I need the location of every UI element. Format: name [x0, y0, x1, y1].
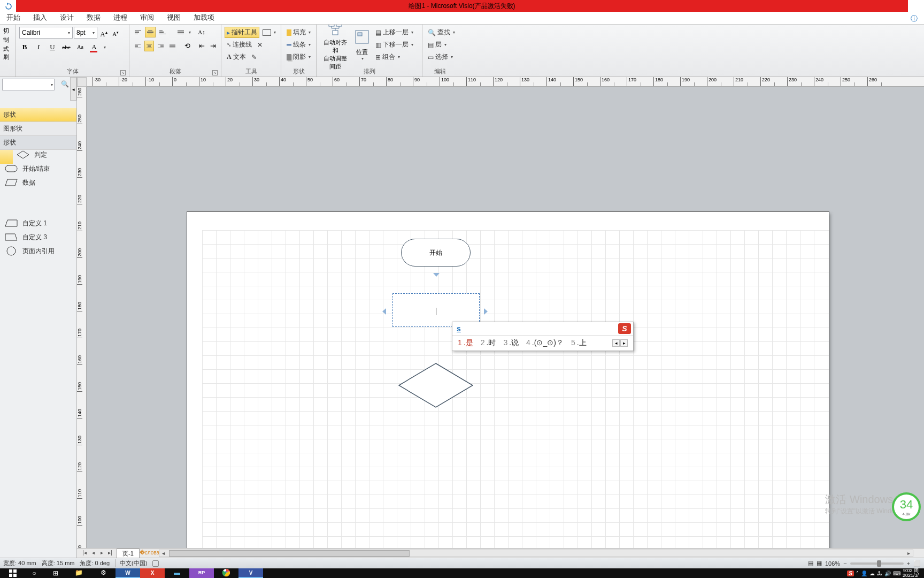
zoom-in-button[interactable]: +: [907, 560, 910, 567]
view-normal-icon[interactable]: ▤: [808, 560, 813, 567]
tab-addins[interactable]: 加载项: [187, 11, 221, 25]
axure-app[interactable]: RP: [189, 568, 214, 578]
page-nav-next[interactable]: ▸: [97, 550, 106, 557]
fill-button[interactable]: 填充▾: [284, 27, 313, 38]
connector-tool-button[interactable]: ⤡连接线: [225, 39, 254, 50]
painter-button[interactable]: 式刷: [3, 45, 12, 61]
word-app[interactable]: W: [116, 568, 140, 578]
ime-cand-3[interactable]: 3.说: [503, 338, 519, 348]
strike-button[interactable]: abc: [61, 42, 72, 52]
line-button[interactable]: 线条▾: [284, 39, 313, 50]
shape-data[interactable]: 数据: [0, 176, 76, 189]
autoalign-button[interactable]: 自动对齐和 自动调整间距: [320, 27, 351, 63]
align-left-button[interactable]: [133, 41, 143, 51]
font-color-button[interactable]: A: [89, 42, 99, 52]
horizontal-scrollbar[interactable]: ◂ ▸: [159, 550, 913, 557]
explorer-app[interactable]: 📁: [66, 568, 91, 578]
tab-process[interactable]: 进程: [107, 11, 134, 25]
shadow-button[interactable]: 阴影▾: [284, 51, 313, 63]
tab-review[interactable]: 审阅: [134, 11, 160, 25]
font-name-combo[interactable]: Calibri▾: [19, 27, 73, 39]
group-button[interactable]: ⊞组合▾: [373, 51, 415, 63]
align-justify-button[interactable]: [167, 41, 178, 51]
bullets-button[interactable]: [175, 27, 186, 37]
tray-people-icon[interactable]: 👤: [861, 571, 867, 576]
tab-home[interactable]: 开始: [0, 11, 27, 25]
ime-cand-1[interactable]: 1.是: [458, 338, 473, 348]
zoom-out-button[interactable]: −: [843, 560, 846, 567]
xmind-app[interactable]: X: [140, 568, 165, 578]
tab-insert[interactable]: 插入: [27, 11, 53, 25]
shape-terminator[interactable]: 开始/结束: [0, 162, 76, 176]
ribbon-min-icon[interactable]: ⓘ: [911, 14, 918, 24]
ink-tool-button[interactable]: ✎: [249, 52, 259, 62]
align-right-button[interactable]: [156, 41, 166, 51]
shape-custom3[interactable]: 自定义 3: [0, 230, 76, 244]
tab-view[interactable]: 视图: [160, 11, 187, 25]
shapes-category-2[interactable]: 图形状: [0, 122, 76, 136]
search-icon[interactable]: 🔍: [61, 80, 69, 88]
fit-page-button[interactable]: ⬜: [913, 560, 921, 567]
visio-app[interactable]: V: [238, 568, 263, 578]
tray-ime-icon[interactable]: ⌨: [893, 571, 900, 576]
align-top-button[interactable]: [133, 27, 143, 37]
hscroll-right[interactable]: ▸: [904, 550, 913, 558]
autoconnect-left-arrow[interactable]: [382, 308, 386, 315]
hscroll-thumb[interactable]: [169, 550, 410, 557]
pointer-tool-button[interactable]: ▸指针工具: [225, 27, 259, 38]
ime-prev-button[interactable]: ◂: [612, 339, 620, 347]
record-macro-icon[interactable]: [152, 560, 159, 567]
notes-app[interactable]: ▬: [165, 568, 189, 578]
find-button[interactable]: 🔍查找▾: [426, 27, 455, 38]
sogou-tray-icon[interactable]: S: [847, 571, 854, 576]
copy-button[interactable]: 制: [3, 36, 12, 44]
font-color-dd[interactable]: ▾: [104, 45, 106, 50]
autoconnect-right-arrow[interactable]: [484, 308, 488, 315]
canvas-area[interactable]: 开始: [87, 87, 924, 548]
position-button[interactable]: 位置▾: [352, 27, 372, 63]
view-full-icon[interactable]: ▦: [817, 560, 822, 567]
align-bottom-button[interactable]: [157, 27, 168, 37]
page-tab-1[interactable]: 页-1: [117, 549, 140, 558]
italic-button[interactable]: I: [33, 42, 44, 52]
indent-inc-button[interactable]: ⇥: [208, 41, 218, 51]
flowchart-terminator-start[interactable]: 开始: [401, 239, 471, 267]
tray-volume-icon[interactable]: 🔊: [884, 571, 891, 576]
rotate-text-button[interactable]: ⟲: [182, 41, 192, 51]
page-nav-last[interactable]: ▸|: [106, 550, 114, 557]
flowchart-decision[interactable]: [398, 363, 473, 408]
status-language[interactable]: 中文(中国): [115, 559, 147, 567]
qat-undo-icon[interactable]: [0, 0, 16, 12]
tab-design[interactable]: 设计: [53, 11, 80, 25]
align-middle-button[interactable]: [145, 27, 156, 37]
start-button[interactable]: [2, 568, 24, 578]
taskbar-clock[interactable]: 9:02 周 2021/3/: [903, 568, 919, 578]
page-nav-prev[interactable]: ◂: [89, 550, 97, 557]
underline-button[interactable]: U: [47, 42, 58, 52]
cortana-button[interactable]: ○: [24, 568, 45, 578]
text-tool-button[interactable]: A文本: [225, 51, 248, 63]
font-launcher[interactable]: ↘: [120, 70, 126, 75]
zoom-level[interactable]: 106%: [825, 560, 840, 567]
select-button[interactable]: ▭选择▾: [426, 51, 455, 63]
bold-button[interactable]: B: [19, 42, 30, 52]
rect-tool-button[interactable]: ▾: [260, 28, 278, 37]
font-size-combo[interactable]: 8pt▾: [74, 27, 97, 39]
tray-network-icon[interactable]: 🖧: [877, 571, 882, 576]
ime-next-button[interactable]: ▸: [620, 339, 628, 347]
shape-custom1[interactable]: 自定义 1: [0, 216, 76, 230]
layer-button[interactable]: ▤层▾: [426, 39, 455, 50]
cut-button[interactable]: 切: [3, 27, 12, 35]
autoconnect-down-arrow[interactable]: [433, 273, 440, 277]
hscroll-left[interactable]: ◂: [159, 550, 168, 558]
shrink-font-button[interactable]: A▾: [110, 27, 121, 38]
panel-collapse-button[interactable]: ◂: [70, 77, 76, 101]
case-button[interactable]: Aa: [75, 42, 86, 52]
horizontal-ruler[interactable]: -160-150-140-130-120-110-100-90-80-70-60…: [87, 77, 924, 87]
chrome-app[interactable]: [214, 568, 238, 578]
taskview-button[interactable]: ⊞: [45, 568, 66, 578]
ime-cand-2[interactable]: 2.时: [481, 338, 496, 348]
ime-cand-5[interactable]: 5.上: [571, 338, 587, 348]
delete-tool-button[interactable]: ✕: [255, 40, 265, 50]
bring-forward-button[interactable]: ▤上移一层▾: [373, 27, 415, 38]
